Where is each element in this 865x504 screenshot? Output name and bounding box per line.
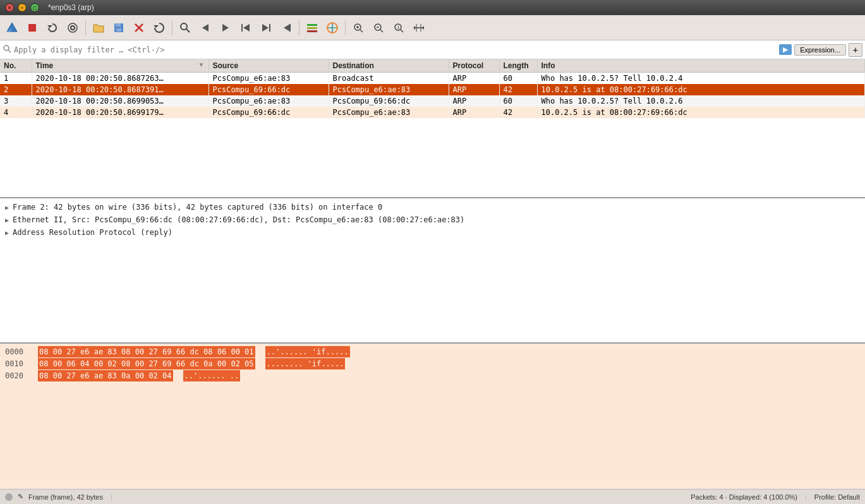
resize-columns-button[interactable] <box>409 18 428 37</box>
svg-rect-22 <box>307 24 317 26</box>
table-cell: ARP <box>449 95 499 107</box>
table-cell: 42 <box>499 84 537 95</box>
table-cell: PcsCompu_69:66:dc <box>209 84 329 95</box>
shark-fin-button[interactable] <box>3 18 21 37</box>
hex-offset: 0010 <box>5 358 28 369</box>
prev-icon <box>201 23 210 32</box>
toolbar-separator-3 <box>299 20 299 35</box>
table-row[interactable]: 12020-10-18 00:20:50.8687263…PcsCompu_e6… <box>0 73 865 85</box>
table-row[interactable]: 32020-10-18 00:20:50.8699053…PcsCompu_e6… <box>0 95 865 107</box>
svg-rect-19 <box>269 24 270 32</box>
hex-dump-pane: 000008 00 27 e6 ae 83 08 00 27 69 66 dc … <box>0 344 865 489</box>
svg-line-36 <box>401 30 403 32</box>
col-header-time[interactable]: Time ▼ <box>32 59 209 73</box>
restart-capture-button[interactable] <box>43 18 62 37</box>
table-cell: 3 <box>0 95 32 107</box>
prev-capture-button[interactable] <box>236 18 255 37</box>
hex-bytes: 08 00 27 e6 ae 83 08 00 27 69 66 dc 08 0… <box>38 346 255 357</box>
maximize-window-button[interactable]: □ <box>30 3 39 12</box>
toolbar-separator-2 <box>172 20 172 35</box>
table-cell: 60 <box>499 73 537 85</box>
table-cell: 42 <box>499 107 537 118</box>
col-header-no[interactable]: No. <box>0 59 32 73</box>
stop-capture-button[interactable] <box>23 18 42 37</box>
reload-file-button[interactable] <box>150 18 169 37</box>
table-cell: 2020-10-18 00:20:50.8687263… <box>32 73 209 85</box>
packets-info: Packets: 4 · Displayed: 4 (100.0%) <box>691 493 797 501</box>
svg-point-5 <box>68 23 77 32</box>
table-header-row: No. Time ▼ Source Destination Protocol L… <box>0 59 865 73</box>
zoom-normal-button[interactable]: 1 <box>389 18 408 37</box>
table-row[interactable]: 22020-10-18 00:20:50.8687391…PcsCompu_69… <box>0 84 865 95</box>
zoom-normal-icon: 1 <box>394 23 404 33</box>
last-packet-button[interactable] <box>277 18 296 37</box>
col-header-info[interactable]: Info <box>537 59 865 73</box>
save-file-button[interactable] <box>109 18 128 37</box>
first-icon <box>261 23 271 32</box>
table-row[interactable]: 42020-10-18 00:20:50.8699179…PcsCompu_69… <box>0 107 865 118</box>
shark-fin-icon <box>6 21 18 34</box>
status-bar: ✎ Frame (frame), 42 bytes | Packets: 4 ·… <box>0 489 865 504</box>
close-file-icon <box>134 23 144 33</box>
colorize-button[interactable] <box>323 18 342 37</box>
color-rules-button[interactable] <box>303 18 322 37</box>
svg-rect-24 <box>307 30 317 32</box>
add-filter-button[interactable]: + <box>849 43 862 57</box>
hex-row: 000008 00 27 e6 ae 83 08 00 27 69 66 dc … <box>5 346 860 357</box>
table-cell: ARP <box>449 84 499 95</box>
next-packet-button[interactable] <box>216 18 235 37</box>
svg-marker-18 <box>262 24 269 32</box>
minimize-window-button[interactable]: − <box>18 3 27 12</box>
maximize-window-icon: □ <box>33 5 37 11</box>
toolbar: 1 <box>0 15 865 40</box>
find-packet-button[interactable] <box>176 18 195 37</box>
detail-item[interactable]: ▶Ethernet II, Src: PcsCompu_69:66:dc (08… <box>0 213 865 226</box>
toolbar-separator-1 <box>85 20 86 35</box>
col-header-source[interactable]: Source <box>209 59 329 73</box>
svg-line-29 <box>360 30 363 32</box>
table-cell: ARP <box>449 73 499 85</box>
zoom-in-button[interactable] <box>349 18 368 37</box>
options-button[interactable] <box>63 18 82 37</box>
table-cell: PcsCompu_e6:ae:83 <box>209 73 329 85</box>
detail-item[interactable]: ▶Frame 2: 42 bytes on wire (336 bits), 4… <box>0 201 865 213</box>
zoom-out-button[interactable] <box>369 18 388 37</box>
expression-button[interactable]: Expression... <box>794 44 846 56</box>
first-packet-button[interactable] <box>257 18 275 37</box>
svg-line-33 <box>380 30 383 32</box>
col-header-length[interactable]: Length <box>499 59 537 73</box>
table-cell: PcsCompu_e6:ae:83 <box>329 84 449 95</box>
hex-ascii: ..'...... 'if..... <box>265 346 350 357</box>
display-filter-input[interactable] <box>14 45 777 54</box>
svg-point-4 <box>71 26 75 30</box>
svg-marker-16 <box>243 24 250 32</box>
table-cell: 10.0.2.5 is at 08:00:27:69:66:dc <box>537 84 865 95</box>
svg-point-12 <box>181 23 187 30</box>
apply-filter-button[interactable]: ▶ <box>779 44 792 55</box>
svg-marker-3 <box>47 25 52 28</box>
status-edit-icon: ✎ <box>18 493 23 501</box>
svg-marker-0 <box>7 23 17 32</box>
svg-rect-8 <box>116 28 121 32</box>
svg-marker-41 <box>414 26 416 30</box>
col-header-destination[interactable]: Destination <box>329 59 449 73</box>
col-header-protocol[interactable]: Protocol <box>449 59 499 73</box>
reload-icon <box>154 22 165 33</box>
table-cell: PcsCompu_e6:ae:83 <box>209 95 329 107</box>
detail-expand-icon: ▶ <box>5 204 9 211</box>
table-cell: 1 <box>0 73 32 85</box>
next-icon <box>221 23 230 32</box>
packet-table: No. Time ▼ Source Destination Protocol L… <box>0 59 865 118</box>
detail-text: Ethernet II, Src: PcsCompu_69:66:dc (08:… <box>13 215 464 224</box>
zoom-in-icon <box>353 23 363 33</box>
detail-item[interactable]: ▶Address Resolution Protocol (reply) <box>0 226 865 239</box>
resize-icon <box>413 23 425 33</box>
prev-packet-button[interactable] <box>196 18 215 37</box>
svg-rect-7 <box>116 23 121 27</box>
last-icon <box>281 23 291 32</box>
close-window-button[interactable]: × <box>5 3 14 12</box>
hex-row: 002008 00 27 e6 ae 83 0a 00 02 04..'....… <box>5 370 860 381</box>
close-file-button[interactable] <box>130 18 148 37</box>
status-indicator <box>5 493 13 501</box>
open-file-button[interactable] <box>89 18 108 37</box>
